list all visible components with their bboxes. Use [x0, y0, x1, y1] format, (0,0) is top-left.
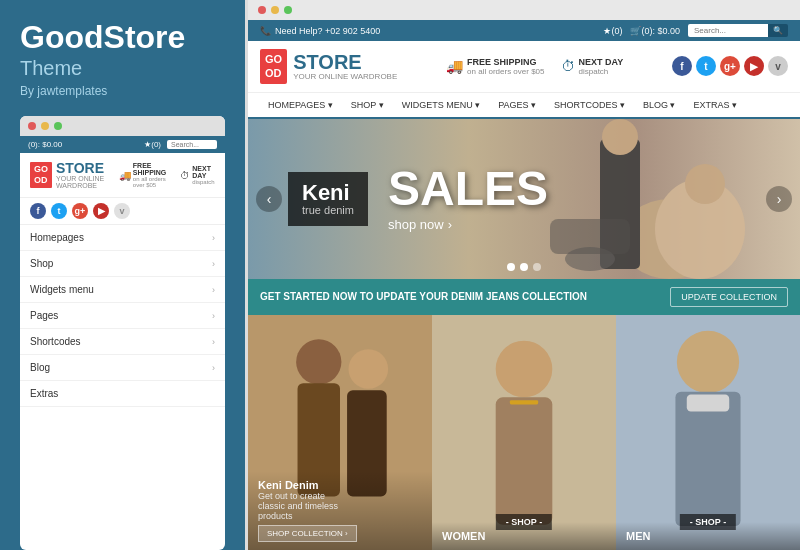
product-cta-keni[interactable]: SHOP COLLECTION › — [258, 525, 357, 542]
phone-icon: 📞 — [260, 26, 271, 36]
store-search-input[interactable] — [688, 24, 768, 37]
chevron-icon: › — [212, 233, 215, 243]
svg-rect-14 — [496, 397, 553, 524]
clock-icon: ⏱ — [180, 170, 190, 181]
svg-rect-18 — [675, 391, 740, 525]
nav-shortcodes[interactable]: SHORTCODES ▾ — [546, 93, 633, 117]
sidebar-item-pages[interactable]: Pages› — [20, 303, 225, 329]
svg-point-2 — [602, 119, 638, 155]
main-area: 📞 Need Help? +02 902 5400 ★(0) 🛒(0): $0.… — [245, 0, 800, 550]
product-card-women: - SHOP - WOMEN — [432, 315, 616, 550]
nav-blog[interactable]: BLOG ▾ — [635, 93, 684, 117]
twitter-icon[interactable]: t — [51, 203, 67, 219]
store-search-button[interactable]: 🔍 — [768, 24, 788, 37]
sidebar-item-shop[interactable]: Shop› — [20, 251, 225, 277]
mini-search-input[interactable] — [167, 140, 217, 149]
mini-logo: GOOD STORE YOUR ONLINE WARDROBE — [30, 161, 119, 189]
clock-icon: ⏱ — [561, 58, 575, 74]
nav-homepages[interactable]: HOMEPAGES ▾ — [260, 93, 341, 117]
svg-point-8 — [296, 339, 341, 384]
hero-dot-2[interactable] — [520, 263, 528, 271]
topbar-cart: 🛒(0): $0.00 — [630, 26, 680, 36]
nav-extras[interactable]: EXTRAS ▾ — [685, 93, 745, 117]
arrow-icon: › — [448, 217, 452, 232]
store-facebook-icon[interactable]: f — [672, 56, 692, 76]
store-googleplus-icon[interactable]: g+ — [720, 56, 740, 76]
theme-title: GoodStore — [20, 20, 225, 55]
sidebar-item-widgets[interactable]: Widgets menu› — [20, 277, 225, 303]
dot-yellow[interactable] — [41, 122, 49, 130]
svg-rect-15 — [510, 400, 538, 404]
sidebar-item-extras[interactable]: Extras — [20, 381, 225, 407]
store-search-wrap: 🔍 — [688, 24, 788, 37]
svg-point-10 — [348, 349, 388, 389]
store-vimeo-icon[interactable]: v — [768, 56, 788, 76]
nav-pages[interactable]: PAGES ▾ — [490, 93, 544, 117]
theme-subtitle: Theme — [20, 57, 225, 80]
store-tagline: YOUR ONLINE WARDROBE — [293, 72, 397, 81]
dot-green[interactable] — [54, 122, 62, 130]
svg-rect-19 — [687, 394, 729, 411]
product-name-men: MEN — [626, 530, 790, 542]
hero-next-button[interactable]: › — [766, 186, 792, 212]
mini-social: f t g+ ▶ v — [20, 198, 225, 225]
mini-browser-bar — [20, 116, 225, 136]
main-dot-red[interactable] — [258, 6, 266, 14]
store-logo-box: GOOD — [260, 49, 287, 84]
chevron-icon: › — [212, 363, 215, 373]
hero-banner: ‹ Keni true denim SALES shop now › › — [248, 119, 800, 279]
hero-sales-text: SALES — [388, 165, 548, 213]
mini-logo-text: STORE YOUR ONLINE WARDROBE — [56, 161, 119, 189]
hero-shop-now[interactable]: shop now › — [388, 217, 548, 232]
sidebar-item-shortcodes[interactable]: Shortcodes› — [20, 329, 225, 355]
hero-prev-button[interactable]: ‹ — [256, 186, 282, 212]
hero-content: Keni true denim SALES shop now › — [248, 165, 588, 232]
update-collection-button[interactable]: UPDATE COLLECTION — [670, 287, 788, 307]
browser-chrome — [248, 0, 800, 20]
feature-free-shipping: 🚚 FREE SHIPPING on all orders over $05 — [446, 57, 544, 76]
store-nav: HOMEPAGES ▾ SHOP ▾ WIDGETS MENU ▾ PAGES … — [248, 93, 800, 119]
nav-widgets[interactable]: WIDGETS MENU ▾ — [394, 93, 489, 117]
hero-dot-1[interactable] — [507, 263, 515, 271]
sidebar-item-blog[interactable]: Blog› — [20, 355, 225, 381]
googleplus-icon[interactable]: g+ — [72, 203, 88, 219]
vimeo-icon[interactable]: v — [114, 203, 130, 219]
store-topbar-left: 📞 Need Help? +02 902 5400 — [260, 26, 380, 36]
hero-dot-3[interactable] — [533, 263, 541, 271]
product-name-keni: Keni Denim — [258, 479, 422, 491]
product-overlay-women: WOMEN — [432, 522, 616, 550]
hero-text-box: Keni true denim — [288, 172, 368, 226]
chevron-icon: › — [212, 259, 215, 269]
hero-dots — [507, 263, 541, 271]
feature-next-day: ⏱ NEXT DAY dispatch — [561, 57, 624, 76]
facebook-icon[interactable]: f — [30, 203, 46, 219]
product-card-men: - SHOP - MEN — [616, 315, 800, 550]
svg-point-4 — [685, 164, 725, 204]
product-desc-keni: Get out to createclassic and timelesspro… — [258, 491, 422, 521]
mini-logo-tagline: YOUR ONLINE WARDROBE — [56, 175, 119, 189]
main-dot-green[interactable] — [284, 6, 292, 14]
store-header: GOOD STORE YOUR ONLINE WARDROBE 🚚 FREE S… — [248, 41, 800, 93]
store-logo-text: STORE YOUR ONLINE WARDROBE — [293, 52, 397, 81]
mini-next-day: ⏱ NEXT DAY dispatch — [180, 165, 215, 185]
product-card-keni-denim: Keni Denim Get out to createclassic and … — [248, 315, 432, 550]
store-features: 🚚 FREE SHIPPING on all orders over $05 ⏱… — [446, 57, 623, 76]
store-topbar: 📞 Need Help? +02 902 5400 ★(0) 🛒(0): $0.… — [248, 20, 800, 41]
svg-point-17 — [677, 330, 739, 392]
store-logo: GOOD STORE YOUR ONLINE WARDROBE — [260, 49, 397, 84]
hero-brand-sub: true denim — [302, 204, 354, 216]
store-twitter-icon[interactable]: t — [696, 56, 716, 76]
collection-text: GET STARTED NOW TO UPDATE YOUR DENIM JEA… — [260, 291, 587, 302]
mini-browser: (0): $0.00 ★(0) GOOD STORE YOUR ONLINE W… — [20, 116, 225, 550]
chevron-icon: › — [212, 311, 215, 321]
mini-logo-box: GOOD — [30, 162, 52, 188]
store-youtube-icon[interactable]: ▶ — [744, 56, 764, 76]
truck-icon: 🚚 — [446, 58, 463, 74]
nav-shop[interactable]: SHOP ▾ — [343, 93, 392, 117]
product-name-women: WOMEN — [442, 530, 606, 542]
youtube-icon[interactable]: ▶ — [93, 203, 109, 219]
dot-red[interactable] — [28, 122, 36, 130]
mini-shipping-area: 🚚 FREE SHIPPING on all orders over $05 ⏱… — [119, 162, 215, 188]
sidebar-item-homepages[interactable]: Homepages› — [20, 225, 225, 251]
main-dot-yellow[interactable] — [271, 6, 279, 14]
